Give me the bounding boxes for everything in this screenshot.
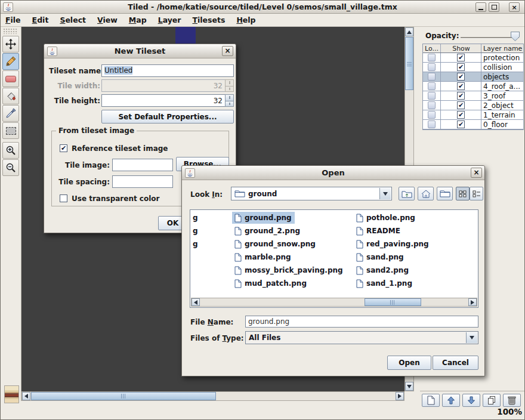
lock-checkbox[interactable] [428, 101, 436, 109]
minimize-button[interactable] [475, 2, 486, 12]
list-view-toggle[interactable] [470, 187, 483, 200]
menu-edit[interactable]: Edit [32, 16, 49, 24]
lock-checkbox[interactable] [428, 121, 436, 128]
dialog-titlebar[interactable]: Open × [182, 166, 484, 180]
combo-arrow-button[interactable] [379, 188, 391, 199]
rect-select-tool-button[interactable] [2, 122, 19, 139]
toolbar-grip[interactable] [4, 29, 18, 34]
menu-select[interactable]: Select [60, 16, 86, 24]
dialog-close-button[interactable]: × [222, 46, 233, 56]
lock-checkbox[interactable] [428, 92, 436, 100]
layer-row[interactable]: ✔ objects [423, 72, 523, 82]
vertical-scroll-thumb[interactable] [405, 37, 413, 90]
combo-arrow-button[interactable] [466, 332, 477, 343]
visible-checkbox[interactable]: ✔ [457, 101, 465, 109]
tile-height-spinner[interactable] [225, 94, 234, 107]
lower-layer-button[interactable] [462, 394, 480, 407]
visible-checkbox[interactable]: ✔ [457, 54, 465, 61]
visible-checkbox[interactable]: ✔ [457, 63, 465, 71]
lock-checkbox[interactable] [428, 63, 436, 71]
file-item[interactable]: ground_snow.png [232, 238, 319, 250]
file-list[interactable]: g g g ground.png ground_2.png ground_sno… [190, 209, 478, 308]
lock-checkbox[interactable] [428, 111, 436, 119]
file-item[interactable]: mossy_brick_paving.png [232, 264, 346, 276]
file-item[interactable]: mud_patch.png [232, 277, 310, 289]
file-item[interactable]: marble.png [232, 251, 294, 263]
layer-row[interactable]: ✔ 0_floor [423, 120, 523, 129]
file-item[interactable]: ground_2.png [232, 225, 303, 237]
file-item[interactable]: sand.png [354, 251, 407, 263]
window-titlebar[interactable]: Tiled - /home/katie/source/tiled/Level 0… [1, 1, 524, 14]
visible-checkbox[interactable]: ✔ [457, 82, 465, 90]
scroll-right-button[interactable] [396, 392, 404, 400]
file-item[interactable]: red_paving.png [354, 238, 432, 250]
zoom-in-tool-button[interactable] [2, 142, 19, 159]
horizontal-scroll-thumb[interactable] [365, 298, 421, 306]
files-of-type-combobox[interactable]: All Files [245, 331, 478, 344]
duplicate-layer-button[interactable] [483, 394, 501, 407]
tile-height-input[interactable] [101, 94, 226, 107]
column-show[interactable]: Show [441, 44, 481, 52]
eraser-tool-button[interactable] [2, 70, 19, 87]
draw-tool-button[interactable] [2, 53, 19, 70]
menu-tilesets[interactable]: Tilesets [192, 16, 225, 24]
lock-checkbox[interactable] [428, 82, 436, 90]
tile-spacing-input[interactable] [112, 175, 173, 188]
grid-view-toggle[interactable] [456, 187, 470, 200]
layer-row[interactable]: ✔ collision [423, 63, 523, 72]
layer-row[interactable]: ✔ 2_object [423, 101, 523, 110]
new-folder-button[interactable] [437, 187, 453, 200]
menu-file[interactable]: File [5, 16, 21, 24]
file-item[interactable]: pothole.png [354, 212, 418, 224]
dialog-titlebar[interactable]: New Tileset × [44, 44, 236, 58]
menu-map[interactable]: Map [129, 16, 147, 24]
partial-file-label[interactable]: g [193, 214, 198, 222]
eyedropper-tool-button[interactable] [2, 105, 19, 122]
map-horizontal-scrollbar[interactable] [21, 391, 404, 401]
open-button[interactable]: Open [387, 356, 431, 370]
up-folder-button[interactable] [399, 187, 415, 200]
scroll-down-button[interactable] [405, 382, 413, 391]
file-item[interactable]: README [354, 225, 403, 237]
horizontal-scroll-thumb[interactable] [31, 392, 216, 400]
visible-checkbox[interactable]: ✔ [457, 92, 465, 100]
column-layer-name[interactable]: Layer name [481, 44, 523, 52]
opacity-slider-track[interactable] [461, 37, 519, 39]
column-locked[interactable]: Lo... [423, 44, 441, 52]
add-layer-button[interactable] [422, 394, 440, 407]
menu-layer[interactable]: Layer [158, 16, 181, 24]
fill-tool-button[interactable] [2, 88, 19, 104]
zoom-out-tool-button[interactable] [2, 159, 19, 176]
visible-checkbox[interactable]: ✔ [457, 121, 465, 128]
menu-help[interactable]: Help [236, 16, 255, 24]
file-item[interactable]: sand2.png [354, 264, 412, 276]
visible-checkbox[interactable]: ✔ [457, 111, 465, 119]
lock-checkbox[interactable] [428, 54, 436, 61]
tileset-name-input[interactable]: Untitled [101, 64, 234, 77]
layer-row[interactable]: ✔ 4_roof_a... [423, 82, 523, 91]
lock-checkbox[interactable] [428, 73, 436, 81]
maximize-button[interactable] [489, 2, 499, 12]
partial-file-label[interactable]: g [193, 240, 198, 248]
delete-layer-button[interactable] [503, 394, 521, 407]
use-transparent-color-checkbox[interactable] [60, 194, 67, 202]
layer-row[interactable]: ✔ 3_roof [423, 91, 523, 101]
cancel-button[interactable]: Cancel [433, 356, 478, 370]
reference-tileset-checkbox[interactable]: ✔ [60, 144, 67, 152]
move-tool-button[interactable] [2, 36, 19, 52]
visible-checkbox[interactable]: ✔ [457, 73, 465, 81]
menu-view[interactable]: View [97, 16, 118, 24]
scroll-left-button[interactable] [22, 392, 30, 400]
set-default-properties-button[interactable]: Set Default Properties... [101, 110, 234, 123]
scroll-right-button[interactable] [468, 298, 477, 306]
home-button[interactable] [418, 187, 434, 200]
file-item[interactable]: sand_1.png [354, 277, 415, 289]
file-item[interactable]: ground.png [232, 212, 295, 224]
dialog-close-button[interactable]: × [471, 168, 482, 178]
scroll-up-button[interactable] [405, 27, 413, 36]
tile-image-input[interactable] [112, 159, 173, 171]
file-list-hscrollbar[interactable] [191, 298, 477, 307]
file-name-input[interactable] [245, 316, 478, 328]
layer-row[interactable]: ✔ protection [423, 53, 523, 63]
opacity-slider-thumb[interactable] [511, 32, 520, 41]
